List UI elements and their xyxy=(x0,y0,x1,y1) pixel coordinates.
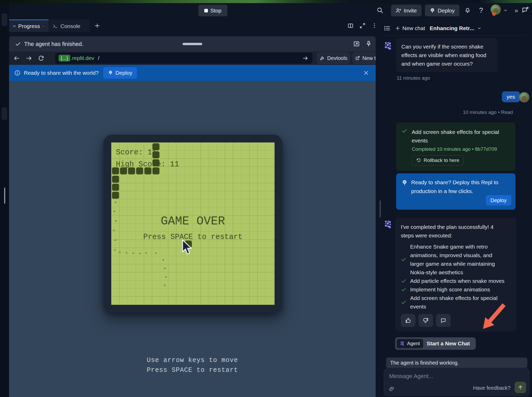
game-screen[interactable]: Score: 11 High Score: 11 GAME OVER Press… xyxy=(111,142,275,305)
check-icon xyxy=(401,128,408,134)
particle xyxy=(164,268,166,269)
particle xyxy=(163,284,166,286)
stop-icon xyxy=(204,9,208,12)
open-in-pane-icon[interactable] xyxy=(353,40,360,47)
comment-plus-icon[interactable] xyxy=(522,6,529,13)
newtab-label: New tab xyxy=(362,55,376,61)
particle xyxy=(125,252,128,254)
drag-handle[interactable] xyxy=(183,43,202,45)
send-button[interactable] xyxy=(515,382,526,393)
forward-icon[interactable] xyxy=(26,55,32,61)
plan-item-text: Implement high score animations xyxy=(410,285,506,294)
snake-block xyxy=(128,167,135,174)
new-chat-button[interactable]: New chat xyxy=(395,25,425,31)
particle xyxy=(113,229,115,231)
deploy-banner: Ready to share with the world? Deploy xyxy=(9,65,376,81)
sidebar-fragment xyxy=(2,107,7,120)
tab-progress-label: Progress xyxy=(18,23,40,29)
url-path: / xyxy=(98,55,100,61)
back-icon[interactable] xyxy=(13,55,20,61)
message-agent-input[interactable]: Message Agent... Have feedback? xyxy=(384,368,529,396)
avatar-chevron-down-icon[interactable] xyxy=(503,8,508,12)
chevron-down-icon xyxy=(477,26,481,30)
help-icon[interactable]: ? xyxy=(479,6,483,15)
stop-button[interactable]: Stop xyxy=(198,5,227,16)
thumbs-down-button[interactable] xyxy=(418,314,433,327)
reload-icon[interactable] xyxy=(38,55,44,61)
instructions-line-2: Press SPACE to restart xyxy=(9,366,376,374)
agent-pill-label: Agent xyxy=(407,341,420,346)
new-tab-plus-icon[interactable] xyxy=(94,23,100,29)
snake-block xyxy=(112,167,119,174)
agent-mode-pill: Agent xyxy=(397,339,423,348)
plan-item-text: Add particle effects when snake moves xyxy=(410,277,506,285)
invite-button[interactable]: Invite xyxy=(391,5,422,16)
start-new-chat-button[interactable]: Agent Start a New Chat xyxy=(395,337,476,350)
collapsed-sidebar xyxy=(0,3,9,397)
plan-intro: I've completed the plan successfully! 4 … xyxy=(401,223,507,240)
url-lock-badge: {...} xyxy=(59,55,70,61)
go-to-url-icon[interactable] xyxy=(302,55,308,61)
notifications-bell-icon[interactable] xyxy=(464,6,471,13)
info-icon xyxy=(14,70,20,76)
close-tab-icon[interactable] xyxy=(43,24,44,28)
start-new-chat-label: Start a New Chat xyxy=(427,340,474,347)
snake-block xyxy=(152,167,159,174)
particle xyxy=(118,251,121,253)
particle xyxy=(132,252,134,254)
plan-item: Implement high score animations xyxy=(401,285,511,294)
agent-question-text: Can you verify if the screen shake effec… xyxy=(401,44,486,67)
open-new-tab-button[interactable]: New tab xyxy=(353,53,376,64)
user-message-text: yes xyxy=(507,94,515,100)
have-feedback-link[interactable]: Have feedback? xyxy=(473,385,510,391)
sidebar-resize-handle[interactable] xyxy=(4,188,5,204)
deploy-button[interactable]: Deploy xyxy=(425,5,459,16)
pane-menu-kebab-icon[interactable] xyxy=(371,23,377,29)
particle xyxy=(139,253,141,254)
tab-progress[interactable]: Progress xyxy=(9,19,48,32)
chat-title-dropdown[interactable]: Enhancing Retr... xyxy=(430,25,482,31)
plan-item: Enhance Snake game with retro animations… xyxy=(401,242,511,277)
banner-deploy-button[interactable]: Deploy xyxy=(103,67,137,79)
pane-divider-scrollbar[interactable] xyxy=(380,200,381,217)
chat-list-icon[interactable] xyxy=(384,25,390,32)
stop-label: Stop xyxy=(210,8,221,14)
devtools-label: Devtools xyxy=(327,55,347,61)
devtools-button[interactable]: Devtools xyxy=(317,53,350,64)
snake-block xyxy=(152,151,159,158)
agent-status-bar: The agent has finished. xyxy=(9,36,376,52)
search-icon[interactable] xyxy=(376,7,383,14)
attachment-paperclip-icon[interactable] xyxy=(389,386,395,392)
agent-avatar-logo xyxy=(383,41,393,51)
collapse-panel-icon[interactable]: » xyxy=(515,7,518,14)
snake-block xyxy=(112,176,119,183)
snake-block xyxy=(152,143,159,150)
thumbs-up-button[interactable] xyxy=(401,314,415,327)
agent-avatar-logo xyxy=(383,220,393,229)
url-bar[interactable]: {...} .replit.dev / xyxy=(55,53,312,64)
particle xyxy=(145,252,147,254)
close-banner-icon[interactable] xyxy=(363,70,369,76)
user-avatar xyxy=(519,92,529,102)
deploy-icon xyxy=(108,70,113,76)
user-message-bubble: yes xyxy=(502,91,520,102)
deploy-card-button[interactable]: Deploy xyxy=(486,195,511,206)
comment-button[interactable] xyxy=(436,314,451,327)
particle xyxy=(114,201,117,203)
check-icon xyxy=(15,41,21,47)
input-placeholder: Message Agent... xyxy=(389,373,433,380)
expand-pane-icon[interactable] xyxy=(359,23,366,29)
thumbs-up-icon xyxy=(405,317,411,324)
check-icon xyxy=(401,257,407,262)
plan-checklist: Enhance Snake game with retro animations… xyxy=(401,242,511,311)
agent-logo-icon xyxy=(400,341,405,346)
pin-icon[interactable] xyxy=(365,40,372,47)
check-icon xyxy=(401,278,407,284)
tab-console[interactable]: Console xyxy=(48,19,89,32)
split-pane-icon[interactable] xyxy=(347,23,354,29)
toast-text: The agent is finished working. xyxy=(390,360,459,366)
chat-header-separator xyxy=(384,35,528,36)
rollback-button[interactable]: Rollback to here xyxy=(412,155,464,166)
checkpoint-card: Add screen shake effects for special eve… xyxy=(396,122,515,171)
arrow-up-icon xyxy=(517,384,523,391)
